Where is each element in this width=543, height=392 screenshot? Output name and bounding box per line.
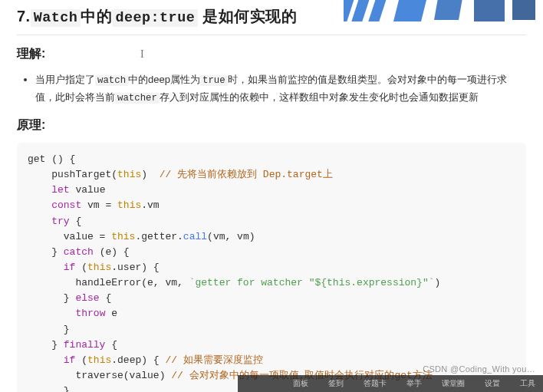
section-understand: 理解: bbox=[17, 46, 526, 62]
footer-toolbar: 面板 签到 答题卡 举手 课堂圈 设置 工具 bbox=[238, 375, 543, 392]
inline-code-watcher: watcher bbox=[115, 93, 160, 104]
list-item: 当用户指定了watch中的deep属性为true时，如果当前监控的值是数组类型。… bbox=[35, 71, 526, 107]
footer-panel[interactable]: 面板 bbox=[293, 378, 308, 389]
footer-class-circle[interactable]: 课堂圈 bbox=[442, 378, 465, 389]
inline-code-true: true bbox=[200, 75, 228, 86]
footer-tools[interactable]: 工具 bbox=[520, 378, 535, 389]
title-code-deep: deep:true bbox=[112, 9, 198, 27]
code-block: get () { pushTarget(this) // 先将当前依赖放到 De… bbox=[17, 143, 526, 392]
title-mid: 中的 bbox=[81, 8, 112, 25]
footer-settings[interactable]: 设置 bbox=[485, 378, 500, 389]
title-code-watch: Watch bbox=[31, 9, 81, 27]
divider bbox=[17, 35, 526, 35]
footer-answer-card[interactable]: 答题卡 bbox=[364, 378, 387, 389]
title-suffix: 是如何实现的 bbox=[202, 8, 297, 25]
inline-code-watch: watch bbox=[95, 75, 128, 86]
footer-checkin[interactable]: 签到 bbox=[328, 378, 344, 389]
bullet-list: 当用户指定了watch中的deep属性为true时，如果当前监控的值是数组类型。… bbox=[17, 71, 526, 107]
csdn-watermark: CSDN @Coding_With you… bbox=[423, 364, 535, 374]
footer-raise-hand[interactable]: 举手 bbox=[406, 378, 422, 389]
page-title: 7.Watch中的deep:true 是如何实现的 bbox=[17, 0, 526, 33]
section-principle: 原理: bbox=[17, 117, 526, 133]
title-prefix: 7. bbox=[17, 8, 31, 25]
